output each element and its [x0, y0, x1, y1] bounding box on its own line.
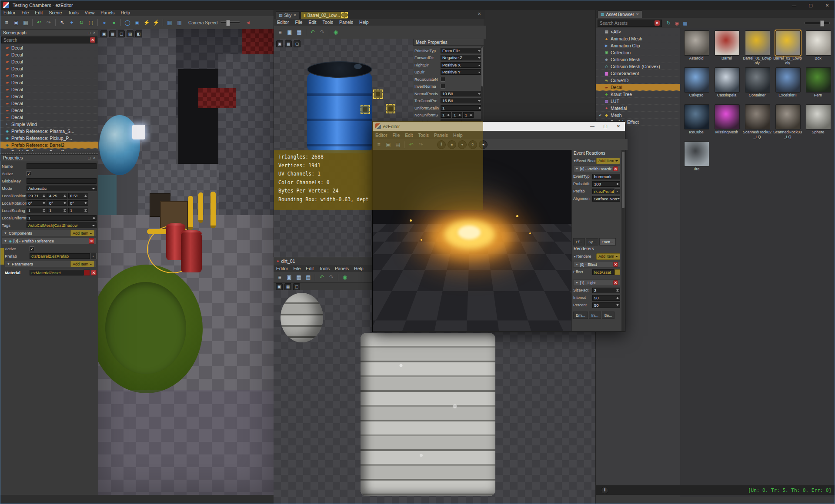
close-panel-icon[interactable]: ✕ — [93, 156, 96, 160]
maximize-icon[interactable]: ▢ — [293, 283, 300, 290]
minimize-button[interactable]: — — [786, 0, 802, 10]
material-asset-input[interactable]: ezMaterialAsset — [30, 270, 84, 275]
asset-thumbnail-cell[interactable]: Cassiopeia — [711, 66, 742, 103]
scenegraph-item[interactable]: ≈ Simple Wind — [0, 121, 98, 128]
scenegraph-item[interactable]: ▰ Decal — [0, 114, 98, 121]
scenegraph-item[interactable]: ▰ Decal — [0, 79, 98, 86]
select-tool-icon[interactable]: ↖ — [58, 18, 67, 27]
scenegraph-item[interactable]: ▰ Decal — [0, 72, 98, 79]
position-spinner[interactable]: 0.51 — [68, 193, 88, 199]
grid-icon[interactable]: ▦ — [284, 283, 291, 290]
menu-item[interactable]: Help — [351, 266, 366, 271]
camera-speed-slider[interactable] — [220, 21, 240, 24]
menu-item[interactable]: Panels — [97, 10, 117, 15]
component-active-checkbox[interactable]: ✓ — [30, 246, 34, 251]
asset-browser-tab[interactable]: ▦ Asset Browser ✕ — [598, 10, 642, 18]
light-renderer-header[interactable]: ▼[1] - Light ✕ — [573, 279, 620, 286]
asset-type-item[interactable]: ▦ <All> — [596, 28, 680, 35]
browse-prefab-button[interactable]: ▪ — [90, 253, 97, 259]
asset-thumbnail-cell[interactable]: Sphere — [803, 103, 833, 140]
document-tab[interactable]: ▤ Sky ✕ — [276, 11, 300, 19]
layers-icon[interactable]: ▥ — [175, 18, 184, 27]
rotation-spinner[interactable]: 0° — [68, 200, 88, 206]
world-settings-icon[interactable]: ● — [110, 18, 118, 27]
translate-tool-icon[interactable]: + — [67, 18, 76, 27]
asset-type-item[interactable]: ▣ Collection — [596, 49, 680, 56]
panel-tab[interactable]: Ef... — [573, 238, 585, 245]
scenegraph-item[interactable]: ▰ Decal — [0, 86, 98, 93]
globalkey-input[interactable] — [27, 178, 97, 184]
asset-type-item[interactable]: ✓ ◆ Mesh — [596, 112, 680, 119]
asset-type-item[interactable]: ● Material — [596, 105, 680, 112]
scale-spinner[interactable]: 1 — [463, 112, 474, 118]
normalprecision-dropdown[interactable]: 10 Bit — [441, 91, 482, 96]
pause-processing-button[interactable]: Ⅱ — [601, 487, 608, 494]
simulate-icon[interactable]: ⚡ — [142, 18, 151, 27]
updir-dropdown[interactable]: Positive Y — [441, 69, 482, 75]
asset-thumbnail-cell[interactable]: ExcelsiorII — [772, 66, 803, 103]
menu-item[interactable]: View — [82, 10, 98, 15]
scenegraph-search-input[interactable]: Search ✕ — [1, 36, 97, 43]
browse-prefab-button[interactable]: ▪ — [615, 189, 620, 194]
camera-icon[interactable]: ▣ — [276, 283, 283, 290]
panel-tab[interactable]: Sy... — [586, 238, 598, 245]
asset-type-item[interactable]: ▰ Decal — [596, 84, 680, 91]
prefab-component-header[interactable]: ▼◈ [0] - Prefab Reference ✕ — [2, 238, 97, 244]
save-icon[interactable]: ▣ — [12, 18, 20, 27]
material-color-swatch[interactable] — [84, 269, 90, 276]
scenegraph-item[interactable]: ▰ Decal — [0, 107, 98, 114]
asset-thumbnail-cell[interactable]: Barrel_02_Lowpoly — [772, 29, 803, 66]
forwarddir-dropdown[interactable]: Negative Z — [441, 55, 482, 60]
panel-tab[interactable]: Emi... — [573, 312, 588, 319]
scenegraph-item[interactable]: ▰ Decal — [0, 44, 98, 51]
snap-grid-icon[interactable]: ▦ — [165, 18, 174, 27]
parameters-group-header[interactable]: ▼Parameters Add Item — [5, 261, 97, 267]
remove-reaction-button[interactable]: ✕ — [613, 166, 618, 171]
scale-spinner[interactable]: 1 — [452, 112, 462, 118]
menu-item[interactable]: Panels — [336, 20, 356, 25]
scenegraph-item[interactable]: ◈ Prefab Reference: Barrel2 — [0, 142, 98, 149]
add-renderer-button[interactable]: Add Item — [596, 253, 620, 260]
asset-type-item[interactable]: ▲ Animated Mesh — [596, 35, 680, 42]
properties-scrollbar[interactable] — [481, 46, 484, 133]
maximize-icon[interactable]: ▢ — [118, 30, 125, 37]
add-event-reaction-button[interactable]: Add Item — [596, 158, 620, 164]
reaction-prefab-input[interactable]: rk.ezPrefab — [592, 189, 615, 194]
rotate-tool-icon[interactable]: ↻ — [77, 18, 86, 27]
menu-item[interactable]: Tools — [65, 10, 82, 15]
menu-icon[interactable]: ≡ — [276, 28, 284, 36]
float-panel-icon[interactable]: ▢ — [88, 31, 91, 35]
scale-spinner[interactable]: 1 — [441, 112, 451, 118]
menu-item[interactable]: File — [18, 10, 32, 15]
name-input[interactable] — [27, 163, 97, 169]
refresh-assets-icon[interactable]: ↻ — [665, 20, 672, 27]
scenegraph-item[interactable]: ▰ Decal — [0, 65, 98, 72]
menu-item[interactable]: Edit — [303, 266, 316, 271]
menu-item[interactable]: Tools — [319, 20, 336, 25]
intensity-spinner[interactable]: 50 — [592, 295, 620, 301]
asset-type-item[interactable]: ▦ LUT — [596, 98, 680, 105]
rightdir-dropdown[interactable]: Positive X — [441, 62, 482, 68]
transform-asset-icon[interactable]: ◉ — [341, 273, 349, 282]
rotation-spinner[interactable]: 0° — [47, 200, 67, 206]
tags-dropdown[interactable]: AutoColMesh|CastShadow — [27, 222, 97, 228]
grid-icon[interactable]: ▦ — [109, 30, 116, 37]
remove-material-button[interactable]: ✕ — [91, 270, 97, 275]
redo-icon[interactable]: ↷ — [318, 28, 327, 36]
scenegraph-item[interactable]: ◈ Prefab Reference: Pickup_P... — [0, 135, 98, 142]
position-spinner[interactable]: 29.71 — [27, 193, 47, 199]
redo-icon[interactable]: ↷ — [327, 273, 336, 282]
menu-item[interactable]: Editor — [274, 20, 292, 25]
menu-item[interactable]: File — [292, 20, 305, 25]
scenegraph-item[interactable]: ▰ Decal — [0, 93, 98, 100]
asset-search-input[interactable]: Search Assets ✕ — [598, 20, 662, 27]
close-panel-icon[interactable]: ✕ — [93, 31, 96, 35]
percentage-spinner[interactable]: 50 — [592, 302, 620, 308]
maximize-icon[interactable]: ▢ — [294, 40, 301, 47]
clear-search-icon[interactable]: ✕ — [655, 20, 660, 26]
minimize-button[interactable]: — — [586, 122, 599, 131]
menu-item[interactable]: Tools — [316, 266, 332, 271]
menu-item[interactable]: Edit — [32, 10, 46, 15]
play-ring-icon[interactable]: ◯ — [123, 18, 132, 27]
collapsed-panel-handle[interactable] — [0, 248, 4, 265]
